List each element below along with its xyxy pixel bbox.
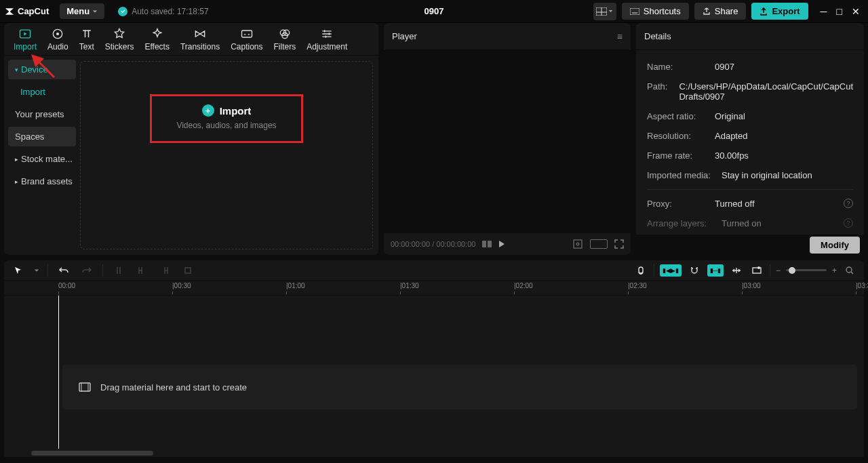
sidebar-brand-assets[interactable]: ▸Brand assets [8,172,76,191]
shortcuts-button[interactable]: Shortcuts [622,3,689,20]
import-icon [18,27,32,41]
magnet-button[interactable] [687,263,702,278]
text-icon [80,27,94,41]
timeline-panel: ▮◀▶▮ ▮─▮ − + 00:00 |00:30 |01:00 |01:30 … [4,260,864,457]
delete-left-button [134,263,149,278]
player-controls: 00:00:00:00 / 00:00:00:00 [384,233,631,255]
export-icon [760,7,768,16]
import-callout: + Import Videos, audios, and images [150,94,302,143]
stickers-icon [113,27,126,41]
svg-rect-11 [241,31,252,37]
svg-rect-15 [482,241,486,247]
app-logo: CapCut [4,6,49,17]
timeline-tracks[interactable]: Drag material here and start to create [4,296,864,449]
svg-point-21 [757,266,760,269]
svg-rect-23 [79,383,90,391]
playhead-time: 00:00:00:00 / 00:00:00:00 [391,240,475,248]
effects-icon [151,27,164,41]
sidebar-your-presets[interactable]: Your presets [8,104,76,124]
tab-adjustment[interactable]: Adjustment [301,26,353,53]
delete-right-button [157,263,172,278]
playhead[interactable] [58,296,59,449]
tab-effects[interactable]: Effects [139,26,174,53]
import-dropzone[interactable]: + Import Videos, audios, and images [80,61,373,249]
detail-proxy: Turned off [715,199,844,209]
minimize-button[interactable]: ─ [821,6,827,17]
tab-stickers[interactable]: Stickers [100,26,140,53]
menu-button[interactable]: Menu [60,3,104,19]
tab-audio[interactable]: Audio [42,26,74,53]
link-button[interactable]: ▮─▮ [707,264,724,277]
detail-path: C:/Users/HP/AppData/Local/CapCut/CapCut … [679,81,853,102]
export-button[interactable]: Export [751,3,808,20]
split-button [111,263,126,278]
player-viewport[interactable] [384,50,631,233]
player-menu-button[interactable]: ≡ [617,31,623,42]
audio-icon [51,27,64,41]
zoom-out-button[interactable]: − [776,266,781,275]
share-button[interactable]: Share [694,3,747,20]
ratio-button[interactable] [590,239,608,249]
detail-imported: Stay in original location [722,170,853,180]
close-button[interactable]: ✕ [852,6,860,17]
plus-icon: + [202,104,214,117]
media-panel: Import Audio Text Stickers Effects Trans… [4,23,378,255]
project-title: 0907 [425,6,444,16]
zoom-fit-button[interactable] [842,263,857,278]
svg-point-18 [576,243,579,245]
compare-icon[interactable] [482,241,492,247]
sidebar-device[interactable]: ▾Device [8,60,76,79]
film-icon [79,382,91,392]
captions-icon [240,27,254,41]
check-icon [118,7,127,16]
svg-rect-16 [488,241,492,247]
media-tabs: Import Audio Text Stickers Effects Trans… [4,23,378,56]
tab-text[interactable]: Text [74,26,100,53]
svg-point-10 [56,32,59,35]
detail-layers: Turned on [722,218,844,228]
selection-tool[interactable] [11,263,26,278]
sidebar-spaces[interactable]: Spaces [8,127,76,146]
frame-icon[interactable] [572,239,583,249]
play-icon[interactable] [498,240,505,248]
zoom-slider[interactable] [786,269,827,271]
detail-framerate: 30.00fps [715,150,853,161]
layout-button[interactable] [593,3,616,20]
info-icon[interactable]: ? [844,199,853,208]
modify-button[interactable]: Modify [810,237,860,254]
zoom-in-button[interactable]: + [832,266,837,275]
chevron-down-icon [92,9,98,14]
cover-button[interactable] [749,263,764,278]
filters-icon [278,27,292,41]
chevron-down-icon [608,9,613,14]
fullscreen-icon[interactable] [614,239,624,249]
timeline-drop-hint[interactable]: Drag material here and start to create [62,365,857,409]
keyboard-icon [630,8,639,15]
timeline-scrollbar[interactable] [4,449,864,457]
sidebar-import-link[interactable]: Import [8,82,76,102]
undo-button[interactable] [56,263,71,278]
info-icon[interactable]: ? [844,218,853,228]
tab-import[interactable]: Import [8,26,42,53]
share-icon [703,7,711,16]
sidebar-stock-materials[interactable]: ▸Stock mate... [8,149,76,169]
detail-name: 0907 [715,62,853,72]
tab-filters[interactable]: Filters [269,26,302,53]
svg-rect-19 [185,268,191,273]
media-sidebar: ▾Device Import Your presets Spaces ▸Stoc… [4,56,80,255]
transitions-icon [193,27,207,41]
title-bar: CapCut Menu Auto saved: 17:18:57 0907 Sh… [0,0,868,23]
tab-captions[interactable]: Captions [225,26,268,53]
chevron-down-icon[interactable] [34,268,39,273]
player-panel: Player ≡ 00:00:00:00 / 00:00:00:00 [384,23,631,255]
preview-axis-button[interactable] [729,263,744,278]
maximize-button[interactable]: □ [837,6,842,17]
tab-transitions[interactable]: Transitions [175,26,225,53]
magnet-main-button[interactable]: ▮◀▶▮ [660,264,682,277]
record-button[interactable] [633,263,648,278]
player-title: Player [392,31,417,41]
detail-resolution: Adapted [715,131,853,141]
svg-rect-3 [630,8,639,15]
timeline-ruler[interactable]: 00:00 |00:30 |01:00 |01:30 |02:00 |02:30… [4,281,864,296]
delete-button [180,263,195,278]
